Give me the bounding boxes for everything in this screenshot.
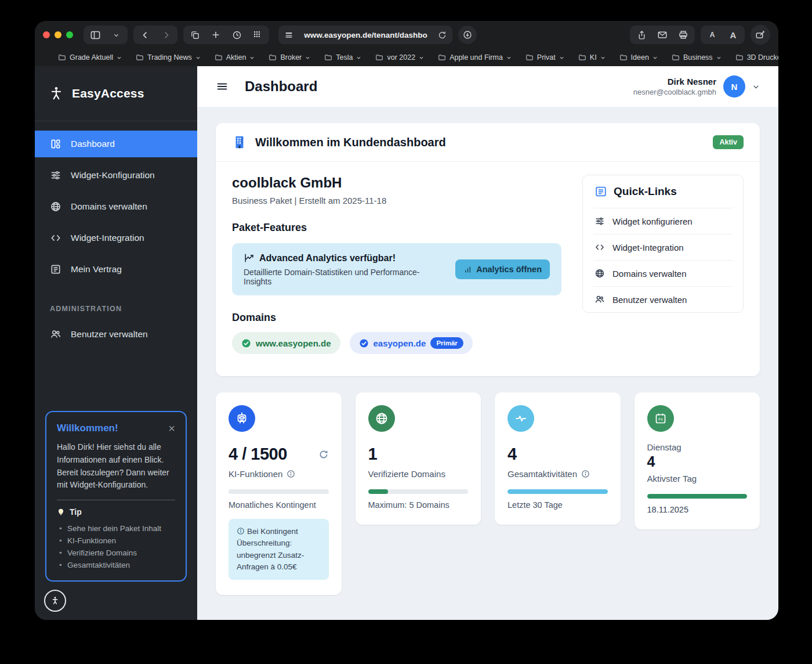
bookmark-folder[interactable]: Aktien (215, 53, 255, 62)
svg-text:Fri: Fri (658, 417, 663, 421)
compose-button[interactable] (751, 25, 770, 45)
quick-link-widget-konfigurieren[interactable]: Widget konfigurieren (593, 208, 733, 234)
bookmark-folder[interactable]: 3D Drucker (735, 53, 778, 62)
globe-icon (594, 268, 605, 279)
domain-chip-primary[interactable]: easyopen.de Primär (350, 332, 473, 354)
chevron-down-icon (652, 55, 658, 60)
chevron-down-icon (506, 55, 512, 60)
bookmark-folder[interactable]: Privat (525, 53, 564, 62)
status-badge: Aktiv (713, 135, 744, 149)
info-icon[interactable] (287, 470, 295, 478)
chevron-down-icon (716, 55, 722, 60)
text-smaller-button[interactable]: A (702, 27, 723, 43)
analytics-open-button[interactable]: Analytics öffnen (455, 259, 550, 279)
bookmark-folder[interactable]: Ideen (619, 53, 658, 62)
sidebar-toggle-button[interactable] (85, 27, 106, 43)
features-heading: Paket-Features (232, 222, 561, 234)
user-menu[interactable]: Dirk Nesner nesner@coolblack.gmbh N (633, 75, 760, 98)
quick-link-domains-verwalten[interactable]: Domains verwalten (593, 260, 733, 286)
domain-chip[interactable]: www.easyopen.de (232, 332, 340, 354)
hamburger-menu-icon[interactable] (216, 80, 229, 93)
check-circle-icon (241, 338, 251, 348)
back-button[interactable] (135, 27, 155, 43)
tip-item: KI-Funktionen (57, 535, 175, 547)
tab-overview-button[interactable] (247, 27, 268, 43)
info-icon[interactable] (581, 470, 590, 478)
sidebar-item-widget-konfiguration[interactable]: Widget-Konfiguration (35, 162, 197, 189)
banner-subtitle: Detaillierte Domain-Statistiken und Perf… (244, 268, 446, 286)
sidebar-item-widget-integration[interactable]: Widget-Integration (35, 225, 197, 251)
sidebar-icon (90, 30, 101, 41)
downloads-button[interactable] (458, 26, 477, 44)
bookmark-folder[interactable]: Tesla (324, 53, 361, 62)
print-button[interactable] (673, 27, 694, 43)
history-button[interactable] (226, 27, 247, 43)
quick-link-benutzer-verwalten[interactable]: Benutzer verwalten (593, 286, 733, 312)
bookmark-folder[interactable]: Apple und Firma (438, 53, 512, 62)
bookmark-folder[interactable]: KI (578, 53, 606, 62)
tab-copy-button[interactable] (184, 27, 205, 43)
stat-label: Gesamtaktivitäten (507, 469, 608, 479)
share-button[interactable] (631, 27, 652, 43)
folder-icon (578, 53, 586, 62)
minimize-window-button[interactable] (55, 31, 61, 38)
quick-link-widget-integration[interactable]: Widget-Integration (593, 234, 733, 260)
close-window-button[interactable] (43, 31, 50, 38)
download-icon (463, 30, 472, 39)
accessibility-widget-button[interactable] (44, 590, 66, 612)
chevron-down-icon (559, 55, 564, 60)
text-larger-button[interactable]: A (723, 27, 744, 43)
stat-value: 1 (368, 445, 378, 464)
stat-label: Verifizierte Domains (368, 469, 469, 479)
chevron-down-icon (113, 32, 119, 38)
progress-label: Maximum: 5 Domains (368, 500, 469, 510)
sidebar-chevron-button[interactable] (106, 27, 126, 43)
folder-icon (136, 53, 144, 62)
analytics-banner: Advanced Analytics verfügbar! Detaillier… (232, 243, 561, 295)
browser-toolbar: www.easyopen.de/tenant/dashbo A A (35, 21, 778, 49)
new-tab-button[interactable] (205, 27, 226, 43)
avatar[interactable]: N (723, 75, 745, 98)
mail-icon (657, 30, 668, 40)
robot-icon (229, 405, 255, 432)
users-icon (594, 294, 605, 305)
stat-top-label: Dienstag (647, 442, 748, 452)
bookmark-folder[interactable]: Grade Aktuell (58, 53, 122, 62)
refresh-icon[interactable] (318, 449, 329, 460)
forward-button[interactable] (155, 27, 176, 43)
bookmark-folder[interactable]: Broker (269, 53, 310, 62)
chevron-down-icon[interactable] (752, 83, 760, 91)
code-icon (594, 242, 605, 252)
sidebar-item-benutzer-verwalten[interactable]: Benutzer verwalten (35, 321, 197, 348)
stat-card-aktivster-tag: Fri Dienstag 4 Aktivster Tag 18.11.2025 (635, 392, 760, 529)
chevron-down-icon (356, 55, 361, 60)
bar-chart-icon (463, 265, 472, 274)
welcome-tooltip: Willkommen! × Hallo Dirk! Hier siehst du… (45, 411, 187, 582)
accessibility-icon (50, 596, 60, 605)
chevron-down-icon (249, 55, 255, 60)
user-name: Dirk Nesner (633, 77, 716, 86)
sidebar-item-dashboard[interactable]: Dashboard (35, 131, 197, 157)
stat-card-gesamtaktivitaeten: 4 Gesamtaktivitäten Letzte 30 Tage (495, 392, 621, 525)
close-icon[interactable]: × (168, 423, 175, 434)
folder-icon (525, 53, 534, 62)
address-bar[interactable]: www.easyopen.de/tenant/dashbo (278, 26, 452, 44)
bookmark-folder[interactable]: Trading News (136, 53, 201, 62)
chevron-down-icon (195, 55, 201, 60)
banner-title: Advanced Analytics verfügbar! (259, 253, 396, 264)
folder-icon (324, 53, 332, 62)
print-icon (678, 30, 688, 40)
reload-icon[interactable] (438, 31, 447, 39)
user-email: nesner@coolblack.gmbh (633, 88, 716, 96)
stats-row: 4 / 1500 KI-Funktionen Monatliches Konti… (216, 392, 760, 595)
forward-icon (161, 30, 171, 40)
sidebar-item-domains-verwalten[interactable]: Domains verwalten (35, 193, 197, 220)
sidebar-item-mein-vertrag[interactable]: Mein Vertrag (35, 256, 197, 283)
bookmark-folder[interactable]: Business (672, 53, 722, 62)
zoom-window-button[interactable] (66, 31, 73, 38)
bookmark-folder[interactable]: vor 2022 (375, 53, 424, 62)
mail-button[interactable] (652, 27, 673, 43)
tip-item: Sehe hier dein Paket Inhalt (57, 522, 175, 535)
quick-links-title: Quick-Links (614, 185, 677, 198)
chart-up-icon (244, 252, 255, 264)
